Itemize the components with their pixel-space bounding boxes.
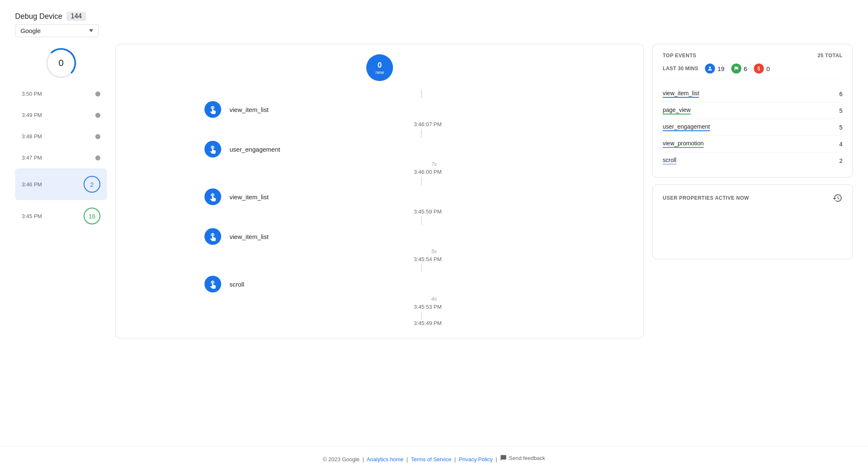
- user-props-header: USER PROPERTIES ACTIVE NOW: [663, 193, 842, 203]
- time-entry-348: 3:48 PM: [15, 126, 107, 147]
- time-entry-345[interactable]: 3:45 PM 16: [15, 200, 107, 232]
- event-item-count-2: 5: [839, 107, 842, 114]
- footer-terms-link[interactable]: Terms of Service: [411, 456, 453, 462]
- stat-value-orange: 0: [766, 65, 770, 72]
- time-entry-347: 3:47 PM: [15, 147, 107, 168]
- event-item-count-1: 6: [839, 91, 842, 97]
- time-dot-349: [95, 113, 100, 118]
- event-item-page-view[interactable]: page_view 5: [663, 102, 842, 119]
- stat-icon-green: [731, 64, 741, 74]
- event-item-name-4: view_promotion: [663, 140, 704, 148]
- hand-icon-5: [208, 279, 217, 289]
- flag-icon-green: [733, 66, 739, 71]
- user-props-panel: USER PROPERTIES ACTIVE NOW: [652, 184, 853, 259]
- time-label-346: 3:46 PM: [22, 181, 49, 188]
- time-label-349: 3:49 PM: [22, 112, 49, 118]
- time-badge-345: 16: [84, 208, 100, 224]
- device-dropdown-text: Google: [20, 27, 86, 34]
- event-icon-4: [204, 228, 221, 245]
- new-badge-label: new: [375, 70, 384, 75]
- right-panels: TOP EVENTS 25 TOTAL LAST 30 MINS 19: [652, 44, 853, 259]
- main-content: 0 3:50 PM 3:49 PM 3:48 PM 3:47 PM: [0, 44, 868, 347]
- event-gap-4: 5s: [322, 248, 437, 256]
- event-row-1[interactable]: view_item_list: [129, 98, 630, 121]
- user-props-title: USER PROPERTIES ACTIVE NOW: [663, 195, 749, 201]
- hand-icon-3: [208, 192, 217, 201]
- event-item-user-engagement[interactable]: user_engagement 5: [663, 119, 842, 136]
- stat-item-orange: 0: [754, 64, 770, 74]
- event-row-2[interactable]: user_engagement: [129, 137, 630, 161]
- time-dot-348: [95, 134, 100, 139]
- stat-item-blue: 19: [705, 64, 725, 74]
- hand-icon-2: [208, 145, 217, 154]
- time-dot-347: [95, 155, 100, 160]
- event-connector-1: [421, 89, 422, 98]
- stat-value-green: 6: [744, 65, 747, 72]
- footer-feedback[interactable]: Send feedback: [500, 455, 545, 461]
- event-item-count-4: 4: [839, 141, 842, 147]
- event-item-name-3: user_engagement: [663, 123, 710, 131]
- chevron-down-icon: [89, 29, 93, 32]
- event-item-count-3: 5: [839, 124, 842, 131]
- new-badge-count: 0: [378, 61, 382, 70]
- event-row-3[interactable]: view_item_list: [129, 185, 630, 208]
- time-entry-350: 3:50 PM: [15, 83, 107, 104]
- event-icon-3: [204, 188, 221, 205]
- event-item-view-item-list[interactable]: view_item_list 6: [663, 86, 842, 102]
- stats-label: LAST 30 MINS: [663, 66, 698, 71]
- event-item-name-1: view_item_list: [663, 90, 699, 98]
- footer: © 2023 Google | Analytics home | Terms o…: [0, 446, 868, 475]
- event-item-scroll[interactable]: scroll 2: [663, 152, 842, 169]
- time-entry-346[interactable]: 3:46 PM 2: [15, 168, 107, 200]
- footer-privacy-link[interactable]: Privacy Policy: [459, 456, 494, 462]
- event-list: view_item_list 3:46:07 PM user_engagemen…: [129, 89, 630, 328]
- footer-analytics-home-link[interactable]: Analytics home: [367, 456, 405, 462]
- event-item-view-promotion[interactable]: view_promotion 4: [663, 136, 842, 152]
- event-connector-4: [421, 216, 422, 225]
- history-svg-icon: [832, 193, 842, 203]
- event-gap-2: 7s: [322, 161, 437, 169]
- debug-device-label: Debug Device: [15, 12, 62, 21]
- stat-item-green: 6: [731, 64, 747, 74]
- footer-feedback-text: Send feedback: [509, 455, 545, 461]
- event-gap-5: 4s: [322, 296, 437, 304]
- top-bar: Debug Device 144 Google: [0, 0, 868, 44]
- event-timestamp-7: 3:45:49 PM: [318, 320, 442, 328]
- debug-device-count: 144: [66, 12, 86, 21]
- event-timestamp-5: 3:45:54 PM: [318, 256, 442, 264]
- time-dot-350: [95, 91, 100, 97]
- history-icon[interactable]: [832, 193, 842, 203]
- time-entry-349: 3:49 PM: [15, 104, 107, 126]
- hand-icon-4: [208, 232, 217, 241]
- event-name-2: user_engagement: [230, 146, 280, 153]
- event-timestamp-3: 3:46:00 PM: [318, 169, 442, 177]
- new-badge: 0 new: [366, 54, 393, 81]
- footer-privacy-text: Privacy Policy: [459, 456, 493, 462]
- event-row-5[interactable]: scroll: [129, 272, 630, 296]
- event-connector-5: [421, 264, 422, 272]
- page-wrapper: Debug Device 144 Google 0 3:50 PM 3:49 P…: [0, 0, 868, 475]
- event-connector-3: [421, 177, 422, 185]
- event-row-4[interactable]: view_item_list: [129, 225, 630, 248]
- event-timestamp-2: 3:46:07 PM: [318, 121, 442, 129]
- event-icon-2: [204, 141, 221, 157]
- event-timestamp-4: 3:45:59 PM: [318, 208, 442, 216]
- debug-device-row: Debug Device 144: [15, 12, 853, 21]
- stat-icon-orange: [754, 64, 764, 74]
- feedback-icon: [500, 455, 507, 461]
- event-name-3: view_item_list: [230, 193, 268, 201]
- event-item-name-2: page_view: [663, 107, 691, 114]
- revenue-icon-orange: [756, 66, 762, 71]
- time-label-345: 3:45 PM: [22, 213, 49, 219]
- footer-copyright: © 2023 Google: [323, 456, 360, 462]
- event-panel-header: 0 new: [129, 54, 630, 81]
- event-connector-2: [421, 129, 422, 137]
- device-dropdown[interactable]: Google: [15, 24, 99, 37]
- top-circle-badge: 0: [46, 48, 76, 78]
- top-events-title: TOP EVENTS: [663, 53, 697, 58]
- hand-icon-1: [208, 105, 217, 114]
- top-events-panel: TOP EVENTS 25 TOTAL LAST 30 MINS 19: [652, 44, 853, 178]
- event-icon-5: [204, 276, 221, 292]
- top-events-stats: LAST 30 MINS 19 6: [663, 64, 842, 79]
- time-badge-346: 2: [84, 176, 100, 193]
